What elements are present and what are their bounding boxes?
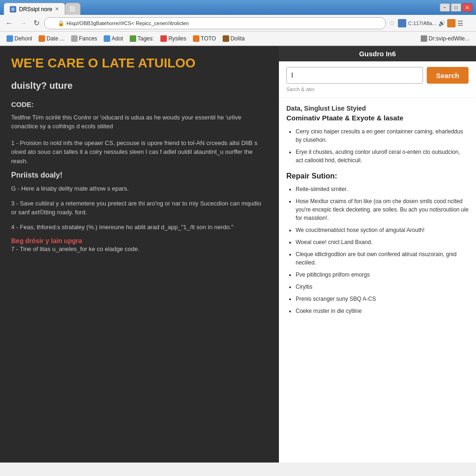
new-tab-icon: ⬜ — [69, 6, 76, 13]
bookmark-adot[interactable]: Adot — [101, 34, 126, 43]
right-panel-header: Gusdro In6 — [279, 46, 476, 61]
left-panel: WE'E CARE O LATE ATUILOO duislty? uture … — [0, 46, 279, 463]
repair-item-8: Prenis scranger suny SBQ A-CS — [296, 295, 469, 303]
maximize-button[interactable]: □ — [451, 3, 461, 12]
bookmark-date[interactable]: Date ... — [36, 34, 67, 43]
menu-icon[interactable]: ☰ — [457, 20, 463, 27]
section-heading-1: Pnriists doaly! — [11, 171, 268, 179]
nav-bar: ← → ↻ 🔒 Hisp//OBB3gBatehorre//#CS< Repic… — [0, 15, 476, 32]
bookmark-label-toto: TOTO — [201, 35, 216, 42]
bookmark-toto[interactable]: TOTO — [190, 34, 219, 43]
highlight-text: Beg drósir y lain upgra — [11, 237, 268, 245]
bookmark-dehonl[interactable]: Dehonl — [4, 34, 35, 43]
main-headline: WE'E CARE O LATE ATUILOO — [11, 55, 268, 71]
tab-label: DRSsipt nore — [19, 6, 52, 13]
lock-icon: 🔒 — [58, 20, 65, 26]
bookmark-fances[interactable]: Fances — [68, 34, 100, 43]
bookmark-label-fances: Fances — [79, 35, 97, 42]
code-label: CODE: — [11, 100, 268, 108]
list-item-4: 4 - Feas, thfored:s strataley (%.) imere… — [11, 223, 268, 232]
repair-item-7: Ciryltis — [296, 283, 469, 291]
repair-list: Reite-siimited srniter. Hose Mexltur cra… — [286, 185, 469, 315]
tab-close-button[interactable]: ✕ — [55, 6, 59, 12]
browser-content: WE'E CARE O LATE ATUILOO duislty? uture … — [0, 46, 476, 463]
bookmark-label-dolita: Dolita — [231, 35, 245, 42]
feature-item-2: Erye it chustes, acuting contor ulurolf … — [296, 148, 469, 165]
content-subtitle: Cominativ Ptaate & Exyote & lasate — [286, 114, 469, 122]
address-text: Hisp//OBB3gBatehorre//#CS< Repicc_cener/… — [66, 20, 189, 26]
bookmark-icon-toto — [193, 35, 199, 42]
active-tab[interactable]: D DRSsipt nore ✕ — [4, 3, 65, 15]
bookmark-label-rysiles: Rysiles — [168, 35, 186, 42]
bookmark-label-adot: Adot — [112, 35, 123, 42]
bookmark-tages[interactable]: Tages: — [127, 34, 157, 43]
nav-icon-2 — [447, 19, 456, 27]
list-item-3: 3 - Save cultiiral y a retemetere you pr… — [11, 199, 268, 217]
tab-favicon: D — [10, 6, 16, 13]
audio-icon: 🔊 — [438, 20, 445, 26]
bookmark-icon-date — [39, 35, 45, 42]
search-row: Search — [286, 67, 469, 84]
repair-heading: Repair Sution: — [286, 172, 469, 180]
bookmark-label-dehonl: Dehonl — [14, 35, 32, 42]
reload-button[interactable]: ↻ — [32, 18, 41, 28]
search-button[interactable]: Search — [427, 67, 469, 84]
bookmark-star-button[interactable]: ☆ — [389, 19, 395, 27]
right-nav-area: C:117/Afla... 🔊 ☰ — [398, 19, 472, 27]
nav-text-right: C:117/Afla... — [408, 20, 436, 26]
back-button[interactable]: ← — [4, 18, 15, 28]
features-list: Cerry cinio haiper cresults a en geer co… — [286, 127, 469, 165]
browser-chrome: D DRSsipt nore ✕ ⬜ − □ ✕ ← → ↻ 🔒 Hisp//O… — [0, 0, 476, 46]
list-item-1: 1 - Proision to nold infs the upeaer CS,… — [11, 139, 268, 166]
bookmark-dr[interactable]: Dr:svip-edWile... — [418, 34, 472, 43]
bookmark-label-tages: Tages: — [138, 35, 154, 42]
tab-area: D DRSsipt nore ✕ ⬜ — [4, 0, 80, 15]
intro-text: Tedifne Ti/m scirilé this Conlnr or 'odu… — [11, 113, 268, 131]
bookmark-icon-rysiles — [160, 35, 167, 42]
title-bar: D DRSsipt nore ✕ ⬜ − □ ✕ — [0, 0, 476, 15]
list-item-2: G - Here a linaby delity mate athow s ep… — [11, 184, 268, 193]
minimize-button[interactable]: − — [440, 3, 450, 12]
repair-item-1: Reite-siimited srniter. — [296, 185, 469, 193]
bookmarks-bar: Dehonl Date ... Fances Adot Tages: Rysil… — [0, 32, 476, 46]
repair-item-5: Cleque idlictrgodtion are but own confer… — [296, 250, 469, 267]
repair-item-4: Woeal cuee! cnict Land Bxand. — [296, 238, 469, 246]
bookmark-label-date: Date ... — [46, 35, 65, 42]
bookmark-icon-adot — [104, 35, 110, 42]
bookmark-icon-fances — [71, 35, 78, 42]
bookmark-dolita[interactable]: Dolita — [220, 34, 248, 43]
address-bar[interactable]: 🔒 Hisp//OBB3gBatehorre//#CS< Repicc_cene… — [44, 17, 386, 29]
repair-item-3: We coucitmenatisict hose syction of amgu… — [296, 226, 469, 234]
forward-button[interactable]: → — [18, 18, 29, 28]
left-subtitle: duislty? uture — [11, 80, 268, 91]
list-item-5: 7 - Tine of litas u_aneles_for ke co ela… — [11, 245, 268, 254]
search-hint: Sarch & ater — [286, 86, 469, 92]
bookmark-label-dr: Dr:svip-edWile... — [429, 35, 469, 42]
repair-item-6: Pve pitiltclings priiforn emorgs — [296, 271, 469, 279]
nav-icon-1 — [398, 19, 406, 27]
right-panel: Gusdro In6 Search Sarch & ater Data, Sin… — [279, 46, 476, 463]
content-section: Data, Singlust Lise Styied Cominativ Pta… — [279, 98, 476, 329]
new-tab-button[interactable]: ⬜ — [65, 3, 80, 15]
bookmark-rysiles[interactable]: Rysiles — [158, 34, 189, 43]
search-section: Search Sarch & ater — [279, 61, 476, 98]
feature-item-1: Cerry cinio haiper cresults a en geer co… — [296, 127, 469, 144]
search-input[interactable] — [286, 67, 423, 84]
content-title: Data, Singlust Lise Styied — [286, 105, 469, 112]
bookmark-icon-tages — [130, 35, 136, 42]
repair-item-2: Hose Mexltur craims of fon like (oa om c… — [296, 197, 469, 222]
window-controls: − □ ✕ — [440, 3, 472, 12]
repair-item-9: Coeke rruster in die cytline — [296, 307, 469, 315]
bookmark-icon-dr — [421, 35, 427, 42]
close-button[interactable]: ✕ — [462, 3, 472, 12]
bookmark-icon-dolita — [223, 35, 229, 42]
bookmark-icon-dehonl — [7, 35, 13, 42]
